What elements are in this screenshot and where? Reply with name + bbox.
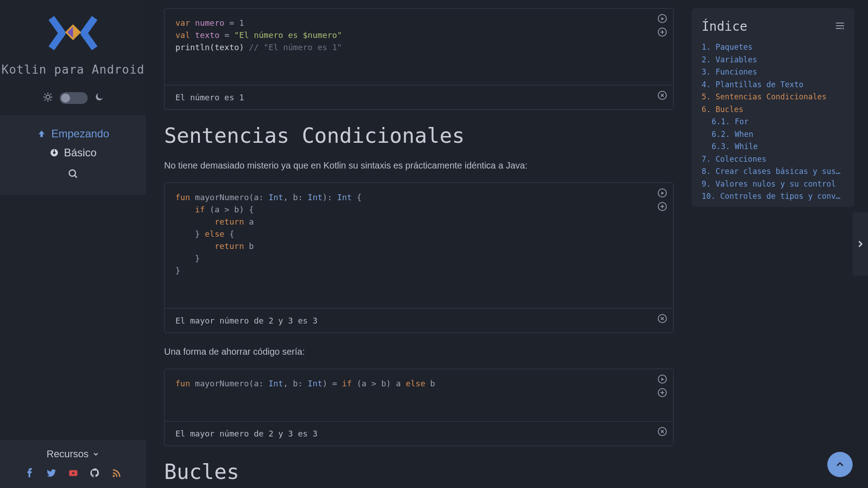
close-icon[interactable] — [658, 427, 667, 436]
toc-panel: Índice 1. Paquetes 2. Variables 3. Funci… — [692, 8, 854, 207]
theme-toggle-row — [0, 85, 146, 115]
heading-condicionales: Sentencias Condicionales — [164, 123, 674, 148]
code-source: var numero = 1 val texto = "El número es… — [165, 9, 673, 85]
rss-icon[interactable] — [112, 468, 122, 478]
right-arrow-tab[interactable] — [853, 212, 868, 276]
toc-item-plantillas[interactable]: 4. Plantillas de Texto — [702, 79, 844, 91]
toc-item-bucles[interactable]: 6. Bucles — [702, 103, 844, 116]
svg-line-7 — [50, 99, 51, 100]
theme-toggle[interactable] — [60, 92, 88, 104]
nav-basico[interactable]: Básico — [0, 143, 146, 162]
output-text: El mayor número de 2 y 3 es 3 — [175, 429, 317, 438]
expand-icon[interactable] — [658, 202, 667, 211]
output-actions — [658, 427, 667, 436]
twitter-icon[interactable] — [47, 468, 57, 478]
svg-point-15 — [113, 475, 115, 477]
code-actions — [658, 188, 667, 211]
para-cond-intro: No tiene demasiado misterio ya que en Ko… — [164, 160, 674, 171]
run-icon[interactable] — [658, 188, 667, 197]
svg-line-9 — [50, 94, 51, 95]
code-source: fun mayorNumero(a: Int, b: Int): Int { i… — [165, 183, 673, 308]
toc-title: Índice — [702, 19, 747, 34]
chevron-right-icon — [858, 240, 863, 248]
svg-point-11 — [53, 151, 56, 154]
code-actions — [658, 375, 667, 397]
svg-marker-26 — [661, 377, 664, 380]
run-icon[interactable] — [658, 375, 667, 384]
chevron-down-icon — [92, 450, 99, 458]
toc-list: 1. Paquetes 2. Variables 3. Funciones 4.… — [702, 41, 844, 203]
code-block-mayor2: fun mayorNumero(a: Int, b: Int) = if (a … — [164, 369, 674, 446]
output-text: El número es 1 — [175, 93, 244, 102]
code-output: El mayor número de 2 y 3 es 3 — [165, 308, 673, 333]
code-source: fun mayorNumero(a: Int, b: Int) = if (a … — [165, 369, 673, 421]
nav-label: Empezando — [51, 127, 109, 140]
resources-dropdown[interactable]: Recursos — [0, 440, 146, 468]
code-block-mayor1: fun mayorNumero(a: Int, b: Int): Int { i… — [164, 183, 674, 333]
search-icon — [68, 169, 79, 179]
svg-line-6 — [44, 94, 45, 95]
nav-block: Empezando Básico — [0, 115, 146, 195]
main-content: var numero = 1 val texto = "El número es… — [146, 0, 692, 488]
scroll-top-button[interactable] — [827, 452, 853, 477]
toc-item-while[interactable]: 6.3. While — [702, 141, 844, 153]
search-button[interactable] — [0, 162, 146, 186]
github-icon[interactable] — [90, 468, 100, 478]
sidebar-footer: Recursos — [0, 440, 146, 488]
svg-point-1 — [46, 95, 50, 99]
toc-item-when[interactable]: 6.2. When — [702, 128, 844, 141]
toc-item-variables[interactable]: 2. Variables — [702, 54, 844, 66]
svg-marker-34 — [843, 27, 844, 29]
moon-icon — [94, 92, 104, 104]
toc-item-condicionales[interactable]: 5. Sentencias Condicionales — [702, 91, 844, 103]
output-actions — [658, 91, 667, 100]
output-text: El mayor número de 2 y 3 es 3 — [175, 316, 317, 325]
toc-header: Índice — [702, 19, 844, 34]
toc-item-for[interactable]: 6.1. For — [702, 116, 844, 128]
run-icon[interactable] — [658, 14, 667, 23]
svg-marker-16 — [661, 17, 664, 20]
code-output: El mayor número de 2 y 3 es 3 — [165, 421, 673, 446]
svg-line-8 — [44, 99, 45, 100]
code-block-numero: var numero = 1 val texto = "El número es… — [164, 8, 674, 110]
expand-icon[interactable] — [658, 388, 667, 397]
expand-icon[interactable] — [658, 28, 667, 37]
youtube-icon[interactable] — [68, 468, 78, 478]
site-logo[interactable] — [47, 16, 99, 52]
close-icon[interactable] — [658, 91, 667, 100]
sidebar: Kotlin para Android Empezando Básico Rec… — [0, 0, 146, 488]
close-icon[interactable] — [658, 314, 667, 323]
site-title: Kotlin para Android — [1, 63, 144, 76]
facebook-icon[interactable] — [25, 468, 35, 478]
code-output: El número es 1 — [165, 85, 673, 109]
para-short: Una forma de ahorrar código sería: — [164, 347, 674, 357]
nav-empezando[interactable]: Empezando — [0, 124, 146, 143]
toc-item-paquetes[interactable]: 1. Paquetes — [702, 41, 844, 54]
toc-menu-icon[interactable] — [835, 22, 844, 31]
toc-item-clases[interactable]: 8. Crear clases básicas y sus instancias — [702, 165, 844, 178]
logo-block: Kotlin para Android — [0, 0, 146, 85]
toc-item-tipos[interactable]: 10. Controles de tipos y conversiones — [702, 190, 844, 203]
svg-point-13 — [69, 170, 75, 176]
social-links — [0, 468, 146, 488]
nav-label: Básico — [64, 146, 96, 159]
svg-line-14 — [75, 175, 77, 178]
heading-bucles: Bucles — [164, 460, 674, 484]
output-actions — [658, 314, 667, 323]
sun-icon — [42, 92, 53, 104]
toc-item-nulos[interactable]: 9. Valores nulos y su control — [702, 178, 844, 191]
chevron-up-icon — [835, 460, 845, 469]
toc-item-funciones[interactable]: 3. Funciones — [702, 66, 844, 79]
resources-label: Recursos — [47, 448, 89, 460]
svg-marker-21 — [661, 191, 664, 194]
toc-item-colecciones[interactable]: 7. Colecciones — [702, 153, 844, 166]
code-actions — [658, 14, 667, 37]
